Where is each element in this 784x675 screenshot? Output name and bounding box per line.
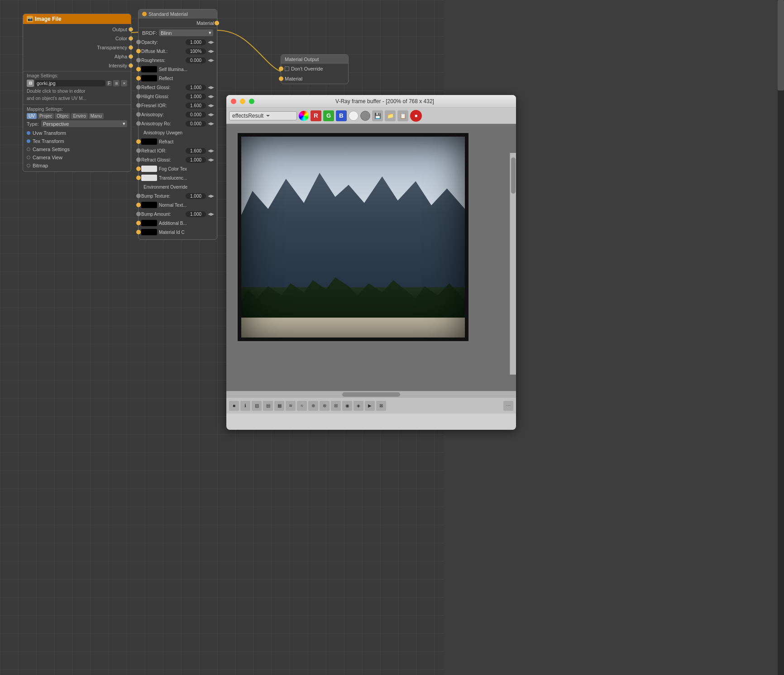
bottom-icon-10[interactable]: ⊞ <box>331 401 341 411</box>
bottom-icon-8[interactable]: ⊕ <box>308 401 318 411</box>
image-browse-btn[interactable]: ⊞ <box>113 80 120 86</box>
value-reflect-gloss[interactable]: 1.000 <box>186 85 206 90</box>
socket-material-in[interactable] <box>279 67 283 71</box>
socket-output[interactable] <box>129 27 133 32</box>
value-anisotropy-ro[interactable]: 0.000 <box>186 121 206 127</box>
bottom-icon-12[interactable]: ◈ <box>354 401 363 411</box>
socket-transparency[interactable] <box>129 45 133 50</box>
type-dropdown[interactable]: Perspective ▾ <box>41 120 127 127</box>
prop-anisotropy-ro: Anisotropy Ro: 0.000 ◀▶ <box>139 119 217 128</box>
socket-diffuse-mult[interactable] <box>136 49 141 53</box>
bottom-icon-11[interactable]: ◉ <box>342 401 352 411</box>
channel-dropdown[interactable]: effectsResult <box>229 111 297 120</box>
value-hilight-gloss[interactable]: 1.000 <box>186 94 206 100</box>
red-channel-btn[interactable]: R <box>311 110 321 121</box>
socket-bump-texture[interactable] <box>136 194 141 198</box>
blue-channel-btn[interactable]: B <box>336 110 347 121</box>
uv-tab-manu[interactable]: Manu <box>89 113 104 119</box>
image-filename[interactable]: gorki.jpg <box>35 80 105 86</box>
socket-anisotropy-ro[interactable] <box>136 121 141 126</box>
socket-refract-gloss[interactable] <box>136 157 141 162</box>
value-fresnel-ior[interactable]: 1.600 <box>186 103 206 109</box>
prop-self-illumina: Self Illumina... <box>139 65 217 74</box>
copy-icon-btn[interactable]: 📋 <box>397 110 408 121</box>
bottom-icon-5[interactable]: ▦ <box>274 401 284 411</box>
socket-opacity[interactable] <box>136 40 141 44</box>
maximize-window-btn[interactable] <box>249 99 254 104</box>
socket-bump-amount[interactable] <box>136 212 141 216</box>
socket-hilight-gloss[interactable] <box>136 94 141 99</box>
socket-reflect[interactable] <box>136 76 141 81</box>
list-item-bitmap[interactable]: Bitmap <box>27 162 127 170</box>
value-diffuse-mult[interactable]: 100% <box>186 48 206 54</box>
scrollbar-thumb[interactable] <box>778 0 784 90</box>
color-wheel-icon[interactable] <box>299 111 309 121</box>
label-opacity: Opacity: <box>141 40 184 45</box>
uv-tab-enviro[interactable]: Enviro <box>71 113 87 119</box>
main-scrollbar[interactable] <box>778 0 784 675</box>
uv-tab-projec[interactable]: Projec <box>38 113 54 119</box>
bottom-icon-3[interactable]: ▨ <box>252 401 262 411</box>
white-circle-btn[interactable] <box>349 111 359 121</box>
stop-render-btn[interactable]: ■ <box>410 110 422 122</box>
bottom-icon-13[interactable]: ▶ <box>365 401 375 411</box>
value-bump-amount[interactable]: 1.000 <box>186 211 206 217</box>
save-icon-btn[interactable]: 💾 <box>372 110 383 121</box>
minimize-window-btn[interactable] <box>240 99 245 104</box>
bottom-expand-btn[interactable]: ⋯ <box>503 401 513 411</box>
dont-override-checkbox[interactable] <box>285 67 289 71</box>
list-item-camera-settings[interactable]: Camera Settings <box>27 145 127 153</box>
type-value: Perspective <box>43 121 69 127</box>
socket-fog-color[interactable] <box>136 166 141 171</box>
uv-tab-objec[interactable]: Objec <box>55 113 70 119</box>
color-material-id-c <box>141 229 157 235</box>
bottom-icon-4[interactable]: ▤ <box>263 401 273 411</box>
socket-material-label[interactable] <box>279 76 283 81</box>
list-item-uvw-transform[interactable]: Uvw Transform <box>27 129 127 137</box>
green-channel-btn[interactable]: G <box>323 110 334 121</box>
close-window-btn[interactable] <box>231 99 236 104</box>
socket-translucenc[interactable] <box>136 176 141 180</box>
value-refract-gloss[interactable]: 1.000 <box>186 157 206 163</box>
vray-horizontal-scrollbar-thumb[interactable] <box>342 392 400 397</box>
color-normal-text <box>141 202 157 208</box>
socket-material-output[interactable] <box>215 21 219 25</box>
vray-vertical-scrollbar[interactable] <box>510 153 516 375</box>
socket-refract-ior[interactable] <box>136 148 141 153</box>
bottom-icon-6[interactable]: ≋ <box>286 401 296 411</box>
folder-icon-btn[interactable]: 📁 <box>385 110 396 121</box>
label-bitmap: Bitmap <box>33 163 48 168</box>
socket-self-illumina[interactable] <box>136 67 141 71</box>
socket-anisotropy[interactable] <box>136 112 141 117</box>
socket-normal-text[interactable] <box>136 203 141 207</box>
bottom-icon-2[interactable]: ℹ <box>240 401 250 411</box>
arrow-fresnel: ◀▶ <box>208 103 214 108</box>
value-bump-texture[interactable]: 1.000 <box>186 193 206 199</box>
socket-refract[interactable] <box>136 139 141 144</box>
gray-circle-btn[interactable] <box>360 111 370 121</box>
socket-color[interactable] <box>129 36 133 41</box>
material-label-row: Material <box>281 74 348 84</box>
list-item-camera-view[interactable]: Camera View <box>27 153 127 162</box>
socket-material-id-c[interactable] <box>136 230 141 234</box>
bottom-icon-1[interactable]: ■ <box>229 401 239 411</box>
socket-intensity[interactable] <box>129 63 133 68</box>
bottom-icon-7[interactable]: ≈ <box>297 401 307 411</box>
socket-fresnel-ior[interactable] <box>136 103 141 108</box>
socket-reflect-gloss[interactable] <box>136 85 141 90</box>
bottom-icon-9[interactable]: ⊗ <box>320 401 330 411</box>
value-refract-ior[interactable]: 1.600 <box>186 148 206 154</box>
vray-horizontal-scrollbar[interactable] <box>226 391 516 397</box>
bottom-icon-14[interactable]: ⊠ <box>376 401 386 411</box>
brdf-dropdown[interactable]: Blinn ▾ <box>159 29 213 36</box>
socket-additional-b[interactable] <box>136 221 141 225</box>
value-roughness[interactable]: 0.000 <box>186 57 206 63</box>
vray-vertical-scrollbar-thumb[interactable] <box>511 157 516 194</box>
socket-alpha[interactable] <box>129 54 133 59</box>
image-clear-btn[interactable]: ✕ <box>121 80 127 86</box>
value-opacity[interactable]: 1.000 <box>186 39 206 45</box>
list-item-tex-transform[interactable]: Tex Transform <box>27 137 127 145</box>
value-anisotropy[interactable]: 0.000 <box>186 112 206 118</box>
uv-tab-uv[interactable]: UV <box>27 113 37 119</box>
socket-roughness[interactable] <box>136 58 141 62</box>
